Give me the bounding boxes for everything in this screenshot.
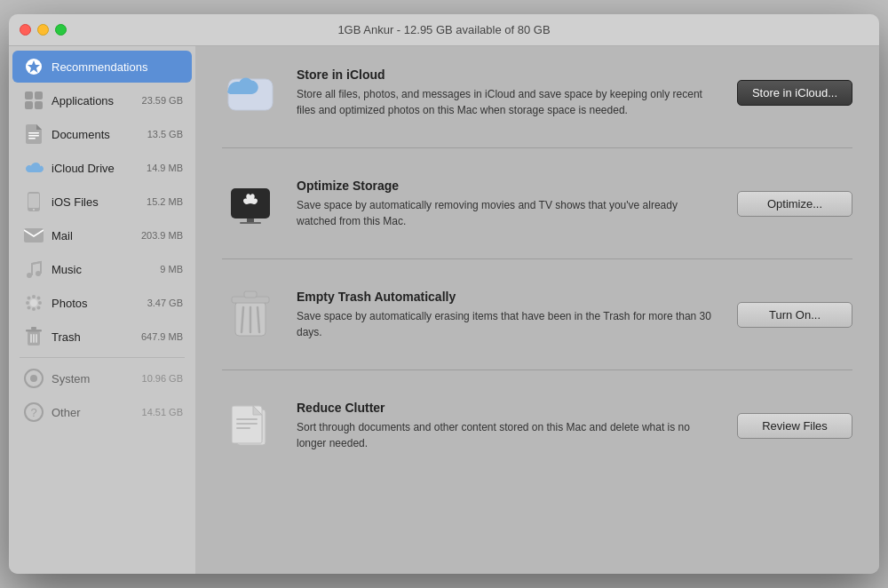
sidebar-mail-size: 203.9 MB bbox=[141, 230, 183, 241]
svg-point-14 bbox=[30, 299, 37, 306]
optimize-rec-title: Optimize Storage bbox=[297, 179, 719, 193]
main-content: Store in iCloud Store all files, photos,… bbox=[195, 46, 879, 574]
clutter-rec-title: Reduce Clutter bbox=[297, 401, 719, 415]
sidebar-music-size: 9 MB bbox=[160, 264, 183, 274]
sidebar-item-other[interactable]: ? Other 14.51 GB bbox=[12, 396, 192, 428]
maximize-button[interactable] bbox=[55, 24, 67, 36]
sidebar-photos-size: 3.47 GB bbox=[147, 298, 183, 308]
svg-point-30 bbox=[30, 375, 37, 382]
sidebar-mail-label: Mail bbox=[52, 229, 141, 242]
svg-rect-25 bbox=[31, 327, 36, 330]
svg-point-19 bbox=[28, 297, 31, 300]
optimize-rec-icon bbox=[222, 175, 279, 232]
ios-files-icon bbox=[23, 191, 44, 212]
close-button[interactable] bbox=[20, 24, 31, 36]
main-window: 1GB Ankur - 12.95 GB available of 80 GB … bbox=[9, 14, 879, 574]
sidebar-photos-label: Photos bbox=[52, 297, 147, 310]
clutter-rec-icon bbox=[222, 397, 279, 454]
sidebar-item-mail[interactable]: Mail 203.9 MB bbox=[12, 219, 192, 251]
sidebar-item-trash[interactable]: Trash 647.9 MB bbox=[12, 321, 192, 353]
sidebar-item-system[interactable]: System 10.96 GB bbox=[12, 362, 192, 394]
svg-point-22 bbox=[37, 306, 41, 310]
other-icon: ? bbox=[23, 401, 44, 423]
svg-rect-7 bbox=[28, 138, 36, 139]
sidebar-item-music[interactable]: Music 9 MB bbox=[12, 253, 192, 285]
minimize-button[interactable] bbox=[37, 24, 49, 36]
titlebar-title: 1GB Ankur - 12.95 GB available of 80 GB bbox=[337, 23, 550, 36]
photos-icon bbox=[23, 292, 44, 314]
clutter-rec-text: Reduce Clutter Sort through documents an… bbox=[297, 401, 719, 451]
sidebar-other-size: 14.51 GB bbox=[142, 407, 183, 417]
sidebar-trash-label: Trash bbox=[52, 330, 141, 344]
svg-point-20 bbox=[37, 297, 41, 300]
divider-2 bbox=[222, 258, 852, 259]
titlebar: 1GB Ankur - 12.95 GB available of 80 GB bbox=[9, 14, 879, 46]
sidebar-ios-size: 15.2 MB bbox=[147, 196, 183, 207]
turn-on-button[interactable]: Turn On... bbox=[737, 302, 852, 328]
optimize-button[interactable]: Optimize... bbox=[737, 191, 852, 217]
svg-rect-6 bbox=[28, 135, 39, 137]
sidebar-item-photos[interactable]: Photos 3.47 GB bbox=[12, 287, 192, 319]
sidebar-item-documents[interactable]: Documents 13.5 GB bbox=[12, 118, 192, 150]
svg-rect-35 bbox=[247, 219, 254, 222]
mail-icon bbox=[23, 225, 44, 246]
svg-rect-11 bbox=[24, 228, 44, 242]
svg-rect-2 bbox=[35, 91, 43, 99]
sidebar-documents-size: 13.5 GB bbox=[147, 129, 183, 139]
svg-rect-24 bbox=[26, 330, 42, 332]
sidebar-documents-label: Documents bbox=[52, 128, 147, 141]
svg-rect-27 bbox=[33, 334, 35, 343]
sidebar-music-label: Music bbox=[52, 263, 160, 276]
recommendation-trash: Empty Trash Automatically Save space by … bbox=[222, 286, 852, 343]
svg-point-16 bbox=[32, 307, 36, 311]
svg-rect-9 bbox=[28, 194, 39, 208]
svg-point-10 bbox=[33, 209, 35, 211]
svg-rect-45 bbox=[236, 418, 258, 420]
trash-icon bbox=[23, 326, 44, 347]
optimize-rec-text: Optimize Storage Save space by automatic… bbox=[297, 179, 719, 229]
sidebar-system-label: System bbox=[52, 372, 142, 385]
svg-text:?: ? bbox=[30, 406, 36, 419]
sidebar-item-recommendations[interactable]: Recommendations bbox=[12, 51, 192, 83]
sidebar-item-ios-files[interactable]: iOS Files 15.2 MB bbox=[12, 186, 192, 218]
svg-rect-36 bbox=[240, 222, 261, 224]
svg-rect-28 bbox=[36, 334, 37, 343]
sidebar-system-size: 10.96 GB bbox=[142, 373, 183, 384]
sidebar-other-label: Other bbox=[52, 406, 142, 419]
recommendation-icloud: Store in iCloud Store all files, photos,… bbox=[222, 64, 852, 121]
divider-1 bbox=[222, 147, 852, 148]
icloud-drive-icon bbox=[23, 157, 44, 179]
svg-point-17 bbox=[26, 301, 29, 305]
sidebar-icloud-size: 14.9 MB bbox=[147, 163, 183, 173]
divider-3 bbox=[222, 369, 852, 370]
icloud-rec-desc: Store all files, photos, and messages in… bbox=[297, 86, 719, 118]
svg-rect-1 bbox=[25, 91, 33, 99]
svg-point-15 bbox=[32, 295, 36, 298]
svg-rect-47 bbox=[236, 427, 250, 429]
store-in-icloud-button[interactable]: Store in iCloud... bbox=[737, 80, 852, 106]
sidebar-trash-size: 647.9 MB bbox=[141, 331, 183, 342]
trash-rec-icon bbox=[222, 286, 279, 343]
svg-rect-4 bbox=[35, 101, 43, 109]
recommendations-label: Recommendations bbox=[52, 60, 183, 74]
music-icon bbox=[23, 258, 44, 280]
trash-rec-desc: Save space by automatically erasing item… bbox=[297, 308, 719, 340]
icloud-rec-title: Store in iCloud bbox=[297, 68, 719, 82]
sidebar-divider bbox=[20, 357, 185, 358]
svg-rect-26 bbox=[30, 334, 32, 343]
svg-rect-5 bbox=[28, 132, 39, 134]
system-icon bbox=[23, 368, 44, 389]
trash-rec-text: Empty Trash Automatically Save space by … bbox=[297, 290, 719, 340]
sidebar: Recommendations Applications 23.59 GB bbox=[9, 46, 195, 574]
sidebar-item-icloud-drive[interactable]: iCloud Drive 14.9 MB bbox=[12, 152, 192, 184]
content-area: Recommendations Applications 23.59 GB bbox=[9, 46, 879, 574]
svg-point-18 bbox=[38, 301, 42, 305]
sidebar-item-applications[interactable]: Applications 23.59 GB bbox=[12, 84, 192, 116]
recommendation-clutter: Reduce Clutter Sort through documents an… bbox=[222, 397, 852, 454]
review-files-button[interactable]: Review Files bbox=[737, 413, 852, 439]
recommendations-icon bbox=[23, 56, 44, 77]
sidebar-applications-size: 23.59 GB bbox=[142, 95, 183, 106]
clutter-rec-desc: Sort through documents and other content… bbox=[297, 419, 719, 451]
sidebar-applications-label: Applications bbox=[52, 94, 142, 107]
trash-rec-title: Empty Trash Automatically bbox=[297, 290, 719, 304]
